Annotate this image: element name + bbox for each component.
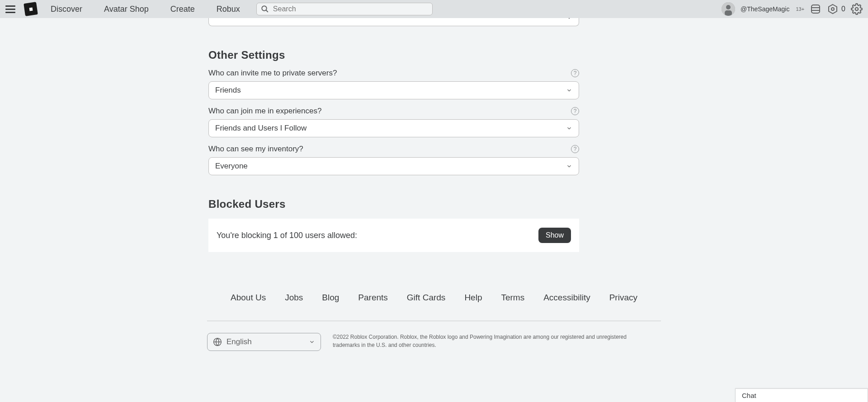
- help-icon[interactable]: ?: [571, 107, 579, 115]
- footer-terms[interactable]: Terms: [501, 293, 524, 303]
- svg-line-1: [266, 10, 268, 12]
- nav-avatar-shop[interactable]: Avatar Shop: [104, 5, 149, 14]
- dropdown-value: Everyone: [215, 162, 248, 171]
- footer-jobs[interactable]: Jobs: [285, 293, 303, 303]
- dropdown-value: Friends: [215, 86, 241, 95]
- copyright-text: ©2022 Roblox Corporation. Roblox, the Ro…: [333, 333, 640, 349]
- roblox-logo-icon[interactable]: [24, 2, 38, 16]
- chevron-down-icon: [566, 163, 572, 169]
- nav-links: Discover Avatar Shop Create Robux: [51, 5, 240, 14]
- footer-about-us[interactable]: About Us: [231, 293, 266, 303]
- chevron-down-icon: [309, 339, 315, 345]
- setting-label-text: Who can invite me to private servers?: [208, 69, 337, 78]
- avatar[interactable]: [722, 2, 735, 16]
- show-blocked-button[interactable]: Show: [538, 228, 571, 243]
- footer-parents[interactable]: Parents: [358, 293, 387, 303]
- robux-icon[interactable]: [827, 3, 839, 15]
- globe-icon: [213, 337, 222, 346]
- svg-point-9: [831, 8, 834, 10]
- svg-point-10: [855, 8, 859, 11]
- footer-privacy[interactable]: Privacy: [609, 293, 637, 303]
- language-select[interactable]: English: [207, 333, 321, 351]
- settings-gear-icon[interactable]: [851, 3, 863, 15]
- setting-label-text: Who can see my inventory?: [208, 145, 303, 154]
- cutoff-dropdown[interactable]: Everyone: [208, 18, 579, 26]
- dropdown-invite[interactable]: Friends: [208, 81, 579, 99]
- dropdown-value: Friends and Users I Follow: [215, 124, 307, 133]
- chevron-down-icon: [566, 87, 572, 93]
- search-input[interactable]: [256, 3, 433, 15]
- blocked-users-text: You're blocking 1 of 100 users allowed:: [217, 231, 357, 240]
- help-icon[interactable]: ?: [571, 69, 579, 77]
- help-icon[interactable]: ?: [571, 145, 579, 153]
- language-value: English: [226, 337, 252, 346]
- hamburger-menu-icon[interactable]: [5, 3, 18, 15]
- setting-label-inventory: Who can see my inventory? ?: [208, 145, 579, 154]
- robux-count: 0: [841, 5, 845, 13]
- chevron-down-icon: [566, 125, 572, 131]
- footer-blog[interactable]: Blog: [322, 293, 339, 303]
- age-tag: 13+: [796, 6, 804, 12]
- footer-help[interactable]: Help: [464, 293, 482, 303]
- footer-bottom: English ©2022 Roblox Corporation. Roblox…: [207, 333, 661, 351]
- chevron-down-icon: [566, 18, 572, 21]
- search-icon: [261, 5, 269, 13]
- footer-accessibility[interactable]: Accessibility: [543, 293, 590, 303]
- dropdown-join[interactable]: Friends and Users I Follow: [208, 119, 579, 137]
- nav-create[interactable]: Create: [170, 5, 195, 14]
- nav-discover[interactable]: Discover: [51, 5, 82, 14]
- svg-point-3: [726, 5, 731, 9]
- nav-robux[interactable]: Robux: [217, 5, 240, 14]
- setting-label-invite: Who can invite me to private servers? ?: [208, 69, 579, 78]
- chat-tab[interactable]: Chat: [735, 388, 868, 402]
- setting-label-text: Who can join me in experiences?: [208, 107, 321, 116]
- header-right: @TheSageMagic 13+ 0: [722, 2, 863, 16]
- notifications-icon[interactable]: [810, 3, 821, 15]
- footer: About Us Jobs Blog Parents Gift Cards He…: [207, 293, 661, 351]
- blocked-users-title: Blocked Users: [208, 198, 579, 210]
- footer-gift-cards[interactable]: Gift Cards: [407, 293, 446, 303]
- svg-rect-5: [811, 5, 820, 13]
- svg-point-0: [262, 6, 267, 11]
- footer-divider: [207, 321, 661, 321]
- avatar-image-icon: [722, 2, 735, 16]
- top-header: Discover Avatar Shop Create Robux @TheSa…: [0, 0, 868, 18]
- dropdown-inventory[interactable]: Everyone: [208, 157, 579, 175]
- svg-marker-8: [829, 5, 837, 14]
- chat-label: Chat: [742, 392, 756, 399]
- blocked-users-card: You're blocking 1 of 100 users allowed: …: [208, 219, 579, 252]
- other-settings-title: Other Settings: [208, 49, 579, 61]
- username-label[interactable]: @TheSageMagic: [741, 5, 789, 13]
- setting-label-join: Who can join me in experiences? ?: [208, 107, 579, 116]
- search-wrap: [256, 3, 433, 15]
- svg-rect-4: [725, 10, 732, 16]
- footer-links: About Us Jobs Blog Parents Gift Cards He…: [207, 293, 661, 321]
- main-content: Everyone Other Settings Who can invite m…: [0, 0, 868, 351]
